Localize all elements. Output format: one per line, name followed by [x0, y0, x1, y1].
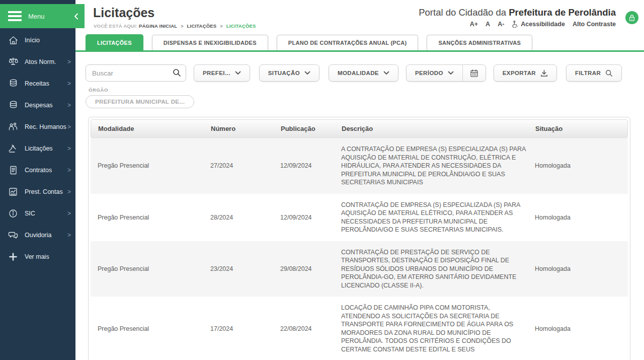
portal-app: Início Atos Norm. > Receitas > — [0, 0, 644, 360]
cell-situacao: Homologada — [535, 162, 628, 169]
table-row[interactable]: Pregão Presencial 28/2024 12/09/2024 CON… — [91, 194, 628, 241]
sidebar-item-sic[interactable]: SIC > — [0, 202, 75, 224]
sidebar-nav: Início Atos Norm. > Receitas > — [0, 29, 75, 267]
licitacoes-table: Modalidade Número Publicação Descrição S… — [88, 117, 630, 360]
cell-situacao: Homologada — [535, 214, 628, 221]
sidebar-item-ver-mais[interactable]: Ver mais — [0, 246, 75, 267]
font-normal-button[interactable]: A — [486, 21, 490, 28]
chevron-down-icon — [235, 71, 241, 75]
high-contrast-button[interactable]: Alto Contraste — [573, 21, 616, 28]
sidebar-item-label: Receitas — [25, 80, 49, 87]
sidebar-item-label: SIC — [25, 210, 35, 217]
column-header-descricao: Descrição — [342, 125, 535, 132]
chevron-right-icon: > — [67, 102, 71, 109]
table-header: Modalidade Número Publicação Descrição S… — [91, 119, 628, 138]
sidebar-item-inicio[interactable]: Início — [0, 29, 75, 51]
cell-publicacao: 12/09/2024 — [280, 162, 341, 169]
menu-label: Menu — [28, 13, 45, 20]
column-header-situacao: Situação — [535, 125, 627, 132]
calendar-button[interactable] — [462, 65, 486, 81]
table-row[interactable]: Pregão Presencial 27/2024 12/09/2024 A C… — [91, 138, 628, 194]
menu-toggle-bar[interactable]: Menu — [0, 4, 85, 28]
tab-sancoes[interactable]: SANÇÕES ADMINISTRATIVAS — [427, 35, 532, 50]
chat-bubbles-icon — [7, 230, 19, 241]
main-content: Licitações VOCÊ ESTÁ AQUI: PÁGINA INICIA… — [75, 0, 644, 360]
chevron-right-icon: > — [67, 58, 71, 65]
accessibility-button[interactable]: Acessibilidade — [512, 21, 565, 28]
sidebar-item-ouvidoria[interactable]: Ouvidoria > — [0, 224, 75, 246]
chevron-right-icon: > — [67, 167, 71, 174]
tab-licitacoes[interactable]: LICITAÇÕES — [86, 34, 143, 51]
chevron-right-icon: > — [67, 80, 71, 87]
sidebar: Início Atos Norm. > Receitas > — [0, 0, 75, 360]
page-header: Licitações VOCÊ ESTÁ AQUI: PÁGINA INICIA… — [75, 0, 644, 32]
search-box — [86, 64, 186, 82]
modalidade-dropdown[interactable]: MODALIDADE — [329, 64, 398, 82]
chevron-right-icon: > — [67, 232, 71, 239]
tab-pca[interactable]: PLANO DE CONTRATAÇÕES ANUAL (PCA) — [277, 35, 419, 50]
breadcrumb-item-licitacoes[interactable]: LICITAÇÕES — [187, 23, 217, 29]
situacao-dropdown[interactable]: SITUAÇÃO — [259, 64, 319, 82]
filtrar-button[interactable]: FILTRAR — [566, 64, 622, 82]
cell-descricao: CONTRATAÇÃO DE EMPRESA (S) ESPECIALIZADA… — [341, 201, 535, 234]
plus-icon — [7, 251, 19, 262]
sidebar-item-licitacoes[interactable]: Licitações > — [0, 137, 75, 159]
chevron-right-icon: > — [67, 188, 71, 195]
sidebar-item-atos-norm[interactable]: Atos Norm. > — [0, 51, 75, 73]
secure-session-button[interactable] — [625, 11, 638, 24]
table-row[interactable]: Pregão Presencial 23/2024 29/08/2024 CON… — [91, 241, 628, 297]
sidebar-item-label: Ouvidoria — [25, 232, 52, 239]
cell-descricao: CONTRATAÇÃO DE PRESTAÇÃO DE SERVIÇO DE T… — [341, 248, 535, 290]
font-decrease-button[interactable]: A- — [498, 21, 504, 28]
chevron-down-icon — [383, 71, 389, 75]
accessibility-bar: A+ A A- Acessibilidade Alto Contraste — [470, 21, 616, 28]
cell-descricao: A CONTRATAÇÃO DE EMPRESA (S) ESPECIALIZA… — [341, 145, 535, 187]
column-header-modalidade: Modalidade — [98, 125, 211, 132]
hamburger-icon[interactable] — [8, 11, 22, 21]
cell-publicacao: 12/09/2024 — [280, 214, 341, 221]
font-increase-button[interactable]: A+ — [470, 21, 478, 28]
cell-numero: 23/2024 — [210, 265, 280, 272]
breadcrumb: VOCÊ ESTÁ AQUI: PÁGINA INICIAL > LICITAÇ… — [94, 23, 256, 29]
sidebar-item-despesas[interactable]: Despesas > — [0, 94, 75, 116]
exportar-button[interactable]: EXPORTAR — [494, 64, 557, 82]
cell-modalidade: Pregão Presencial — [98, 162, 210, 169]
sidebar-item-label: Licitações — [25, 145, 53, 152]
sidebar-item-label: Contratos — [25, 167, 52, 174]
orgao-label: ÓRGÃO — [89, 87, 644, 93]
tabs-bar: LICITAÇÕES DISPENSAS E INEXIGIBILIDADES … — [75, 32, 644, 52]
search-icon[interactable] — [173, 68, 181, 79]
coins-icon — [7, 100, 19, 111]
sidebar-item-prest-contas[interactable]: Prest. Contas > — [0, 181, 75, 202]
sidebar-item-rec-humanos[interactable]: Rec. Humanos > — [0, 116, 75, 137]
cell-situacao: Homologada — [535, 265, 628, 272]
chevron-right-icon: > — [67, 145, 71, 152]
lock-icon — [628, 14, 635, 22]
chevron-down-icon — [448, 71, 454, 75]
column-header-publicacao: Publicação — [281, 125, 342, 132]
sidebar-item-label: Prest. Contas — [25, 188, 63, 195]
periodo-dropdown[interactable]: PERÍODO — [407, 65, 462, 81]
portal-title: Portal do Cidadão da Prefeitura de Perol… — [419, 7, 616, 18]
breadcrumb-item-current: LICITAÇÕES — [226, 23, 256, 29]
orgao-value-pill[interactable]: PREFEITURA MUNICIPAL DE... — [86, 95, 194, 108]
chevron-right-icon: > — [67, 210, 71, 217]
search-input[interactable] — [86, 64, 186, 82]
info-icon — [7, 208, 19, 219]
column-header-numero: Número — [211, 125, 281, 132]
cell-modalidade: Pregão Presencial — [98, 214, 210, 221]
page-title: Licitações — [93, 6, 154, 20]
sidebar-item-label: Ver mais — [25, 253, 49, 260]
breadcrumb-item-home[interactable]: PÁGINA INICIAL — [139, 23, 177, 29]
sidebar-item-contratos[interactable]: Contratos > — [0, 159, 75, 181]
table-row[interactable]: Pregão Presencial 17/2024 22/08/2024 LOC… — [91, 297, 628, 360]
prefeitura-dropdown[interactable]: PREFEI... — [194, 64, 250, 82]
sidebar-item-receitas[interactable]: Receitas > — [0, 73, 75, 94]
cell-numero: 28/2024 — [210, 214, 280, 221]
sidebar-item-label: Início — [25, 37, 40, 44]
collapse-sidebar-icon[interactable] — [74, 13, 78, 20]
breadcrumb-prefix: VOCÊ ESTÁ AQUI: — [94, 23, 137, 29]
chevron-right-icon: > — [67, 123, 71, 130]
cell-numero: 27/2024 — [210, 162, 280, 169]
tab-dispensas[interactable]: DISPENSAS E INEXIGIBILIDADES — [152, 35, 268, 50]
